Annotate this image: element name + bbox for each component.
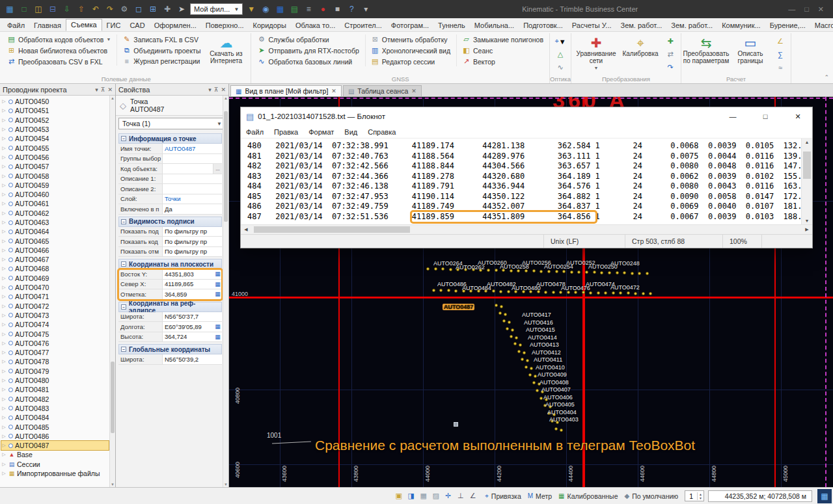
coordinate-options-icon[interactable]: ▦ — [213, 269, 222, 279]
expander-icon[interactable]: ▷ — [1, 415, 7, 420]
ribbon-button[interactable]: ⊠Отменить обработку — [369, 34, 452, 44]
property-value[interactable]: По фильтру пр — [163, 227, 222, 237]
expander-icon[interactable]: ▷ — [1, 201, 7, 206]
scrollbar-thumb[interactable] — [111, 362, 115, 433]
expander-icon[interactable]: ▷ — [1, 127, 7, 132]
ribbon-button[interactable]: ▤Обработка кодов объектов▼ — [5, 34, 113, 44]
ribbon-button[interactable]: ▥Хронологический вид — [369, 46, 452, 55]
ortho-toggle-icon[interactable]: ◨ — [405, 490, 416, 501]
coordinate-options-icon[interactable]: ▦ — [213, 289, 222, 299]
snap-line-toggle-icon[interactable]: ⊥ — [455, 490, 466, 501]
property-value[interactable]: 364,859 — [163, 289, 213, 299]
notepad-horizontal-scrollbar[interactable]: ◀ ▶ — [241, 224, 812, 234]
property-section-header[interactable]: –Информация о точке — [118, 133, 222, 144]
ribbon-button[interactable]: ⧉Объединить проекты — [120, 46, 202, 55]
ellipsis-button[interactable]: ... — [213, 164, 222, 174]
notepad-minimize-button[interactable]: — — [718, 107, 747, 126]
collapse-icon[interactable]: – — [121, 219, 126, 224]
tree-item[interactable]: ▷AUTO0468 — [1, 264, 109, 273]
notepad-vertical-scrollbar[interactable]: ▲ ▼ — [801, 139, 812, 224]
tree-item[interactable]: ▷AUTO0473 — [1, 311, 109, 320]
scroll-up-icon[interactable]: ▲ — [110, 96, 115, 100]
ribbon-big-button[interactable]: ⇆Преобразовать по параметрам — [685, 34, 727, 66]
expander-icon[interactable]: ▷ — [1, 211, 7, 216]
expander-icon[interactable]: ▷ — [1, 220, 7, 225]
expander-icon[interactable]: ▷ — [1, 443, 7, 448]
property-value[interactable]: 41189,865 — [163, 280, 213, 289]
expander-icon[interactable]: ▷ — [1, 229, 7, 234]
tree-item[interactable]: ▷AUTO0463 — [1, 218, 109, 227]
property-value[interactable]: N56°50'39,2 — [163, 354, 222, 364]
view-tab[interactable]: ▦Вид в плане [Мой фильтр]✕ — [230, 85, 342, 96]
close-icon[interactable]: ✕ — [331, 88, 336, 94]
zoom-extents-icon[interactable]: ⊞ — [147, 3, 159, 15]
status-item[interactable]: ⌖Привязка — [482, 492, 524, 500]
property-value[interactable]: N56°50'37,7 — [163, 312, 222, 322]
tree-item[interactable]: ▷AUTO0460 — [1, 190, 109, 199]
expander-icon[interactable]: ▷ — [1, 425, 7, 430]
notepad-text-area[interactable]: 480 2021/03/14 07:32:38.991 41189.174 44… — [241, 139, 812, 224]
plan-view-icon[interactable]: ▦ — [274, 3, 286, 15]
ribbon-icon-button[interactable]: ↷ — [664, 62, 677, 73]
save-icon[interactable]: ⊟ — [47, 3, 59, 15]
expander-icon[interactable]: ▷ — [1, 471, 7, 476]
tree-item[interactable]: ▷AUTO0454 — [1, 134, 109, 143]
shading-toggle-icon[interactable]: ▨ — [430, 490, 441, 501]
expander-icon[interactable]: ▷ — [1, 387, 7, 392]
grid-view-icon[interactable]: ▦ — [817, 489, 832, 503]
collapse-icon[interactable]: – — [121, 347, 126, 352]
ribbon-icon-button[interactable]: ∑ — [774, 49, 787, 60]
tree-item[interactable]: ▷AUTO0474 — [1, 320, 109, 329]
property-value[interactable]: Да — [163, 204, 222, 214]
ribbon-button[interactable]: ➤Отправить для RTX-постобр — [255, 46, 361, 55]
notepad-maximize-button[interactable]: □ — [751, 107, 780, 126]
expander-icon[interactable]: ▷ — [1, 350, 7, 355]
expander-icon[interactable]: ▷ — [1, 359, 7, 364]
scroll-up-icon[interactable]: ▲ — [223, 96, 228, 100]
property-value[interactable]: 44351,803 — [163, 269, 213, 279]
property-value[interactable] — [163, 154, 222, 164]
ribbon-button[interactable]: ⊞Новая библиотека объектов — [5, 46, 113, 55]
tree-item[interactable]: ▷AUTO0452 — [1, 116, 109, 125]
tree-item[interactable]: ▷▲Base — [1, 450, 109, 459]
expander-icon[interactable]: ▷ — [1, 146, 7, 151]
chevron-down-icon[interactable]: ▾ — [95, 86, 98, 93]
expander-icon[interactable]: ▷ — [1, 285, 7, 290]
expander-icon[interactable]: ▷ — [1, 304, 7, 309]
expander-icon[interactable]: ▷ — [1, 397, 7, 402]
tree-item[interactable]: ▷AUTO0475 — [1, 329, 109, 338]
expander-icon[interactable]: ▷ — [1, 192, 7, 197]
ribbon-button[interactable]: ✎Записать FXL в CSV — [120, 34, 202, 44]
stop-icon[interactable]: ■ — [331, 3, 343, 15]
expander-icon[interactable]: ▷ — [1, 406, 7, 411]
filter-manager-icon[interactable]: ▼ — [245, 3, 257, 15]
scrollbar-thumb[interactable] — [224, 111, 228, 222]
tree-item[interactable]: ▷AUTO0464 — [1, 227, 109, 236]
ribbon-tab[interactable]: Зем. работ... — [666, 20, 717, 31]
ribbon-button[interactable]: ≡Журнал регистрации — [120, 57, 202, 66]
import-icon[interactable]: ⇩ — [61, 3, 73, 15]
tree-item[interactable]: ▷AUTO0462 — [1, 209, 109, 218]
expander-icon[interactable]: ▷ — [1, 248, 7, 253]
pan-icon[interactable]: ✚ — [161, 3, 173, 15]
expander-icon[interactable]: ▷ — [1, 378, 7, 383]
ribbon-button[interactable]: ⇄Преобразовать CSV в FXL — [5, 57, 113, 66]
tree-item[interactable]: ▷AUTO0469 — [1, 274, 109, 283]
zoom-window-icon[interactable]: ◻ — [133, 3, 144, 15]
scroll-down-icon[interactable]: ▼ — [802, 219, 812, 223]
tree-item[interactable]: ▷AUTO0476 — [1, 339, 109, 348]
new-project-icon[interactable]: □ — [18, 3, 30, 15]
tree-item[interactable]: ▷AUTO0467 — [1, 255, 109, 264]
notepad-menu-item[interactable]: Правка — [269, 128, 303, 136]
ribbon-icon-button[interactable]: ⇄ — [664, 49, 677, 60]
notepad-menu-item[interactable]: Вид — [339, 128, 362, 136]
pin-icon[interactable]: ⊼ — [101, 86, 105, 93]
tree-item[interactable]: ▷AUTO0466 — [1, 246, 109, 255]
tree-item[interactable]: ▷AUTO0486 — [1, 432, 109, 441]
collapse-icon[interactable]: – — [121, 304, 126, 310]
tree-item[interactable]: ▷▤Сессии — [1, 460, 109, 469]
plan-view-canvas[interactable]: 360 А 1001 Сравнение с расчетом выполнен… — [229, 97, 833, 487]
ribbon-tab[interactable]: Бурение,... — [765, 20, 810, 31]
ribbon-tab[interactable]: Файл — [3, 20, 29, 31]
ribbon-tab[interactable]: Облака то... — [291, 20, 340, 31]
